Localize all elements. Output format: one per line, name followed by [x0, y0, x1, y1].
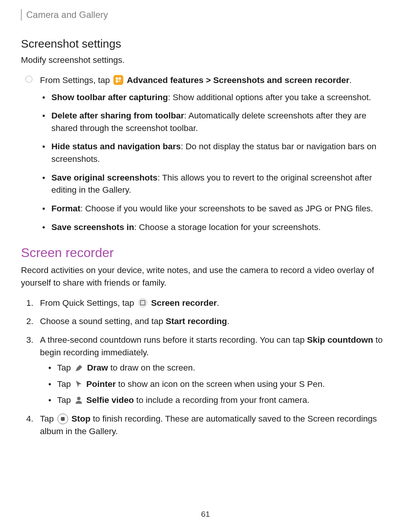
post: to draw on the screen.: [108, 363, 195, 372]
option-hide-bars: Hide status and navigation bars: Do not …: [40, 141, 390, 165]
substep-selfie: Tap Selfie video to include a recording …: [40, 394, 390, 407]
option-save-original: Save original screenshots: This allows y…: [40, 172, 390, 197]
manual-page: Camera and Gallery Screenshot settings M…: [0, 0, 411, 532]
step-2: 2. Choose a sound setting, and tap Start…: [21, 315, 390, 328]
option-save-location: Save screenshots in: Choose a storage lo…: [40, 221, 390, 234]
cursor-icon: [75, 380, 83, 388]
svg-rect-0: [116, 78, 118, 80]
label: Selfie video: [86, 395, 134, 405]
screen-recorder-heading: Screen recorder: [21, 243, 390, 262]
option-label: Hide status and navigation bars: [51, 142, 181, 151]
pre: Tap: [57, 379, 73, 389]
step-bold: Screen recorder: [151, 298, 217, 308]
option-label: Save screenshots in: [51, 222, 134, 232]
pre: Tap: [57, 363, 73, 372]
screenshot-settings-intro: Modify screenshot settings.: [21, 54, 390, 67]
step-text-a: A three-second countdown runs before it …: [40, 335, 307, 345]
option-label: Format: [51, 204, 80, 213]
option-desc: : Choose if you would like your screensh…: [80, 204, 373, 213]
step-suffix: .: [217, 298, 219, 308]
breadcrumb-divider: [21, 9, 22, 21]
post: to finish recording. These are automatic…: [40, 414, 377, 436]
step-text: From Quick Settings, tap: [40, 298, 137, 308]
option-delete-after-sharing: Delete after sharing from toolbar: Autom…: [40, 110, 390, 134]
option-label: Show toolbar after capturing: [51, 93, 168, 102]
breadcrumb-text: Camera and Gallery: [26, 8, 108, 22]
step-number: 3.: [26, 334, 33, 347]
stop-icon: [57, 414, 68, 424]
dotted-circle-bullet: [25, 76, 32, 83]
nav-suffix: .: [349, 75, 352, 85]
step-suffix: .: [227, 316, 229, 326]
breadcrumb: Camera and Gallery: [21, 8, 390, 22]
step-bold: Start recording: [166, 316, 227, 326]
option-desc: : Choose a storage location for your scr…: [134, 222, 321, 232]
nav-prefix: From Settings, tap: [40, 75, 112, 85]
step-text: Choose a sound setting, and tap: [40, 316, 166, 326]
post: to include a recording from your front c…: [134, 395, 309, 405]
step-number: 4.: [26, 413, 33, 425]
option-show-toolbar: Show toolbar after capturing: Show addit…: [40, 91, 390, 104]
substep-pointer: Tap Pointer to show an icon on the scree…: [40, 378, 390, 391]
pre: Tap: [40, 414, 56, 423]
person-icon: [75, 396, 83, 405]
page-number: 61: [201, 508, 210, 520]
svg-rect-1: [119, 78, 121, 80]
label: Draw: [87, 363, 108, 372]
label: Stop: [72, 414, 91, 423]
label: Pointer: [86, 379, 116, 389]
step-4: 4. Tap Stop to finish recording. These a…: [21, 413, 390, 438]
post: to show an icon on the screen when using…: [116, 379, 325, 389]
settings-nav-item: From Settings, tap Advanced features > S…: [21, 74, 390, 233]
screen-recorder-intro: Record activities on your device, write …: [21, 264, 390, 289]
svg-point-3: [77, 397, 80, 400]
svg-rect-2: [116, 80, 118, 83]
nav-path: Advanced features > Screenshots and scre…: [127, 75, 349, 85]
screenshot-settings-heading: Screenshot settings: [21, 35, 390, 52]
pre: Tap: [57, 395, 73, 405]
option-label: Delete after sharing from toolbar: [51, 111, 184, 120]
pencil-icon: [75, 363, 84, 372]
option-format: Format: Choose if you would like your sc…: [40, 203, 390, 215]
substep-draw: Tap Draw to draw on the screen.: [40, 362, 390, 374]
step-number: 1.: [26, 297, 33, 310]
step-3: 3. A three-second countdown runs before …: [21, 334, 390, 407]
option-desc: : Show additional options after you take…: [168, 93, 371, 102]
option-label: Save original screenshots: [51, 173, 158, 182]
skip-countdown: Skip countdown: [307, 335, 373, 345]
screen-recorder-icon: [138, 298, 148, 308]
advanced-features-icon: [113, 75, 123, 85]
step-number: 2.: [26, 315, 33, 328]
step-1: 1. From Quick Settings, tap Screen recor…: [21, 297, 390, 310]
